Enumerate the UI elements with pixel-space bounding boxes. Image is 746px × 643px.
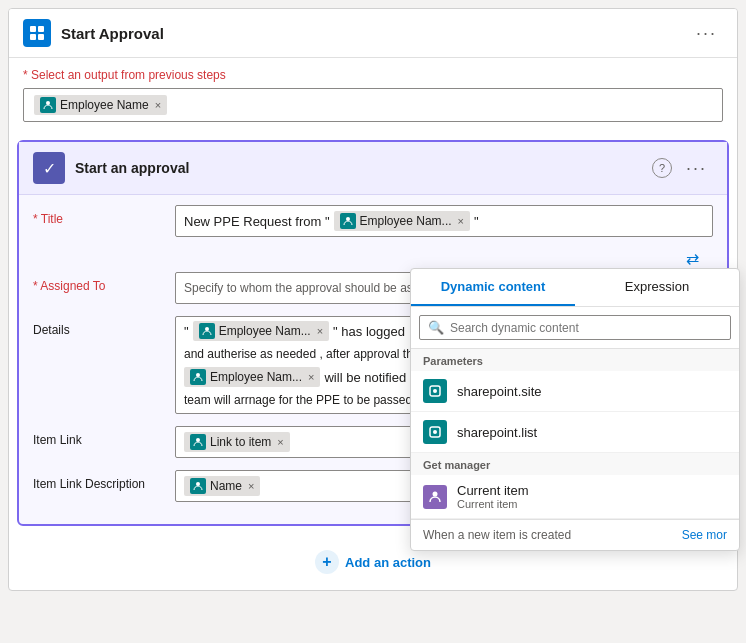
svg-point-7 <box>196 373 200 377</box>
details-tag1-close[interactable]: × <box>317 325 323 337</box>
transfer-button[interactable]: ⇄ <box>686 249 699 268</box>
dynamic-content-panel: Dynamic content Expression 🔍 Parameters … <box>410 268 740 551</box>
details-line1: " Employee Nam... × " has logged <box>184 321 405 341</box>
sharepoint-list-icon <box>423 420 447 444</box>
tag-text: Employee Name <box>60 98 149 112</box>
svg-rect-1 <box>38 26 44 32</box>
item-link-tag-text: Link to item <box>210 435 271 449</box>
item-link-desc-tag[interactable]: Name × <box>184 476 260 496</box>
details-line2: and autherise as needed , after approval… <box>184 345 420 363</box>
details-tag2[interactable]: Employee Nam... × <box>184 367 320 387</box>
card-title: Start Approval <box>61 25 164 42</box>
current-item-sub: Current item <box>457 498 529 510</box>
panel-tabs: Dynamic content Expression <box>411 269 739 307</box>
approval-header: ✓ Start an approval ? ··· <box>19 142 727 195</box>
details-line4: team will arrnage for the PPE to be pass… <box>184 391 419 409</box>
item-link-tag-icon <box>190 434 206 450</box>
item-link-tag[interactable]: Link to item × <box>184 432 290 452</box>
item-link-desc-tag-text: Name <box>210 479 242 493</box>
approval-icon: ✓ <box>33 152 65 184</box>
approval-more-button[interactable]: ··· <box>680 156 713 181</box>
title-tag-close[interactable]: × <box>458 215 464 227</box>
parameters-section-label: Parameters <box>411 349 739 371</box>
sharepoint-list-item[interactable]: sharepoint.list <box>411 412 739 453</box>
item-link-desc-label: Item Link Description <box>33 470 163 491</box>
panel-search: 🔍 <box>411 307 739 349</box>
details-suffix1: " has logged <box>333 324 405 339</box>
approval-title: Start an approval <box>75 160 189 176</box>
svg-rect-3 <box>38 34 44 40</box>
item-link-desc-tag-icon <box>190 478 206 494</box>
search-box: 🔍 <box>419 315 731 340</box>
svg-point-13 <box>433 430 437 434</box>
item-link-desc-close[interactable]: × <box>248 480 254 492</box>
title-tag-icon <box>340 213 356 229</box>
svg-point-5 <box>346 217 350 221</box>
details-tag2-text: Employee Nam... <box>210 370 302 384</box>
sharepoint-site-item[interactable]: sharepoint.site <box>411 371 739 412</box>
svg-rect-0 <box>30 26 36 32</box>
header-more-button[interactable]: ··· <box>690 21 723 46</box>
details-label: Details <box>33 316 163 337</box>
svg-point-14 <box>433 491 438 496</box>
item-link-label: Item Link <box>33 426 163 447</box>
add-icon: + <box>315 550 339 574</box>
title-prefix: New PPE Request from " <box>184 214 330 229</box>
title-label: * Title <box>33 205 163 226</box>
sharepoint-site-icon <box>423 379 447 403</box>
tab-dynamic-content[interactable]: Dynamic content <box>411 269 575 306</box>
add-action-label: Add an action <box>345 555 431 570</box>
details-line3: Employee Nam... × will be notified <box>184 367 406 387</box>
see-more-link[interactable]: See mor <box>682 528 727 542</box>
add-action-button[interactable]: + Add an action <box>315 550 431 574</box>
details-tag1-icon <box>199 323 215 339</box>
svg-point-4 <box>46 101 50 105</box>
title-suffix: " <box>474 214 479 229</box>
tag-icon <box>40 97 56 113</box>
details-tag1[interactable]: Employee Nam... × <box>193 321 329 341</box>
output-section: * Select an output from previous steps E… <box>9 58 737 132</box>
tag-close-button[interactable]: × <box>155 99 161 111</box>
approval-header-left: ✓ Start an approval <box>33 152 189 184</box>
search-icon: 🔍 <box>428 320 444 335</box>
current-item-label: Current item <box>457 483 529 498</box>
title-tag-text: Employee Nam... <box>360 214 452 228</box>
search-input[interactable] <box>450 321 722 335</box>
help-icon[interactable]: ? <box>652 158 672 178</box>
card-header: Start Approval ··· <box>9 9 737 58</box>
output-input[interactable]: Employee Name × <box>23 88 723 122</box>
tab-expression[interactable]: Expression <box>575 269 739 306</box>
current-item-icon <box>423 485 447 509</box>
sharepoint-list-label: sharepoint.list <box>457 425 537 440</box>
panel-footer: When a new item is created See mor <box>411 519 739 550</box>
details-prefix: " <box>184 324 189 339</box>
get-manager-section-label: Get manager <box>411 453 739 475</box>
details-tag2-close[interactable]: × <box>308 371 314 383</box>
header-left: Start Approval <box>23 19 164 47</box>
current-item-item[interactable]: Current item Current item <box>411 475 739 519</box>
item-link-close[interactable]: × <box>277 436 283 448</box>
details-suffix3: will be notified <box>324 370 406 385</box>
svg-rect-2 <box>30 34 36 40</box>
details-tag1-text: Employee Nam... <box>219 324 311 338</box>
title-row: * Title New PPE Request from " Employee … <box>33 205 713 237</box>
details-tag2-icon <box>190 369 206 385</box>
sharepoint-site-label: sharepoint.site <box>457 384 542 399</box>
title-input[interactable]: New PPE Request from " Employee Nam... ×… <box>175 205 713 237</box>
current-item-text-wrapper: Current item Current item <box>457 483 529 510</box>
employee-name-tag[interactable]: Employee Name × <box>34 95 167 115</box>
svg-point-11 <box>433 389 437 393</box>
assigned-to-label: * Assigned To <box>33 272 163 293</box>
header-icon <box>23 19 51 47</box>
output-label: * Select an output from previous steps <box>23 68 723 82</box>
svg-point-8 <box>196 438 200 442</box>
footer-label: When a new item is created <box>423 528 571 542</box>
svg-point-9 <box>196 482 200 486</box>
approval-header-right: ? ··· <box>652 156 713 181</box>
title-tag[interactable]: Employee Nam... × <box>334 211 470 231</box>
svg-point-6 <box>205 327 209 331</box>
